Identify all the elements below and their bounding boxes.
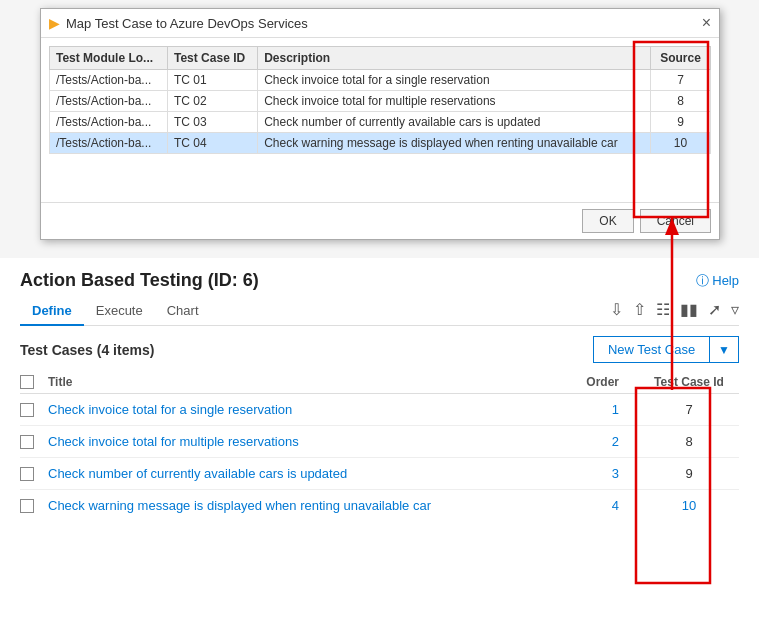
cell-test-case-id: TC 03: [168, 112, 258, 133]
cell-source: 9: [651, 112, 711, 133]
dialog-table-row[interactable]: /Tests/Action-ba... TC 03 Check number o…: [50, 112, 711, 133]
col-source: Source: [651, 47, 711, 70]
ok-button[interactable]: OK: [582, 209, 633, 233]
dialog-close-button[interactable]: ×: [702, 15, 711, 31]
dialog-table-row[interactable]: /Tests/Action-ba... TC 01 Check invoice …: [50, 70, 711, 91]
col-test-case-id: Test Case ID: [168, 47, 258, 70]
cell-description: Check warning message is displayed when …: [258, 133, 651, 154]
cell-module: /Tests/Action-ba...: [50, 133, 168, 154]
dialog-footer: OK Cancel: [41, 202, 719, 239]
dialog-spacer: [49, 154, 711, 194]
dialog-table: Test Module Lo... Test Case ID Descripti…: [49, 46, 711, 154]
col-module: Test Module Lo...: [50, 47, 168, 70]
col-description: Description: [258, 47, 651, 70]
cell-module: /Tests/Action-ba...: [50, 112, 168, 133]
cell-module: /Tests/Action-ba...: [50, 91, 168, 112]
cell-source: 10: [651, 133, 711, 154]
dialog-titlebar: ▶ Map Test Case to Azure DevOps Services…: [41, 9, 719, 38]
dialog-table-row[interactable]: /Tests/Action-ba... TC 02 Check invoice …: [50, 91, 711, 112]
dialog-icon: ▶: [49, 15, 60, 31]
cell-description: Check number of currently available cars…: [258, 112, 651, 133]
cell-module: /Tests/Action-ba...: [50, 70, 168, 91]
dialog-body: Test Module Lo... Test Case ID Descripti…: [41, 38, 719, 202]
dialog-table-row[interactable]: /Tests/Action-ba... TC 04 Check warning …: [50, 133, 711, 154]
dialog-overlay: ▶ Map Test Case to Azure DevOps Services…: [0, 0, 759, 636]
cell-test-case-id: TC 02: [168, 91, 258, 112]
cell-source: 8: [651, 91, 711, 112]
dialog-title: Map Test Case to Azure DevOps Services: [66, 16, 308, 31]
cell-test-case-id: TC 04: [168, 133, 258, 154]
cell-test-case-id: TC 01: [168, 70, 258, 91]
map-test-case-dialog: ▶ Map Test Case to Azure DevOps Services…: [40, 8, 720, 240]
cell-source: 7: [651, 70, 711, 91]
cell-description: Check invoice total for multiple reserva…: [258, 91, 651, 112]
cancel-button[interactable]: Cancel: [640, 209, 711, 233]
cell-description: Check invoice total for a single reserva…: [258, 70, 651, 91]
